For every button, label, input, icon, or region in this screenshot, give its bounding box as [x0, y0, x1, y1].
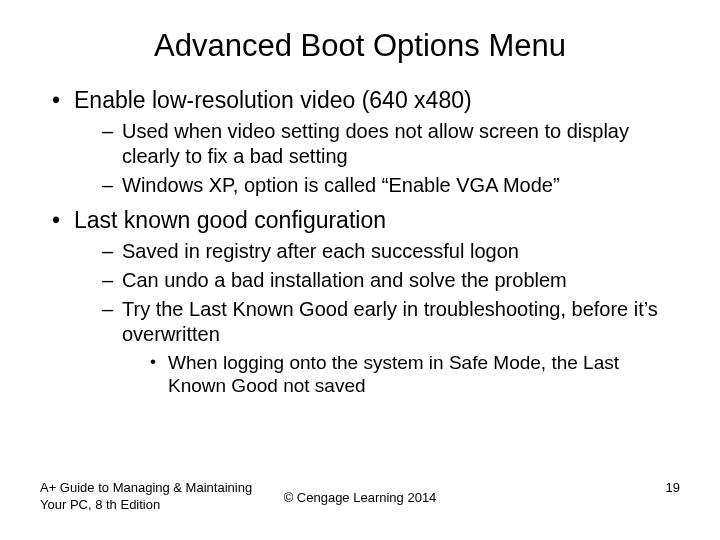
sub-bullet-text: Try the Last Known Good early in trouble… — [122, 298, 658, 345]
page-number: 19 — [666, 480, 680, 495]
bullet-list: Enable low-resolution video (640 x480) U… — [40, 86, 680, 398]
sub-bullet-item: Try the Last Known Good early in trouble… — [102, 297, 680, 399]
bullet-text: Enable low-resolution video (640 x480) — [74, 87, 472, 113]
sub-bullet-item: Saved in registry after each successful … — [102, 239, 680, 264]
bullet-item: Last known good configuration Saved in r… — [52, 206, 680, 398]
sub-bullet-list: Saved in registry after each successful … — [74, 239, 680, 399]
footer-copyright: © Cengage Learning 2014 — [40, 490, 680, 505]
slide-title: Advanced Boot Options Menu — [40, 28, 680, 64]
bullet-item: Enable low-resolution video (640 x480) U… — [52, 86, 680, 198]
sub-bullet-item: Windows XP, option is called “Enable VGA… — [102, 173, 680, 198]
sub-bullet-text: Can undo a bad installation and solve th… — [122, 269, 567, 291]
sub-bullet-item: Used when video setting does not allow s… — [102, 119, 680, 169]
subsub-bullet-text: When logging onto the system in Safe Mod… — [168, 352, 619, 397]
slide: Advanced Boot Options Menu Enable low-re… — [0, 0, 720, 540]
subsub-bullet-list: When logging onto the system in Safe Mod… — [122, 351, 680, 399]
bullet-text: Last known good configuration — [74, 207, 386, 233]
footer: A+ Guide to Managing & Maintaining Your … — [40, 480, 680, 516]
subsub-bullet-item: When logging onto the system in Safe Mod… — [150, 351, 680, 399]
sub-bullet-list: Used when video setting does not allow s… — [74, 119, 680, 198]
sub-bullet-text: Saved in registry after each successful … — [122, 240, 519, 262]
sub-bullet-item: Can undo a bad installation and solve th… — [102, 268, 680, 293]
sub-bullet-text: Windows XP, option is called “Enable VGA… — [122, 174, 560, 196]
sub-bullet-text: Used when video setting does not allow s… — [122, 120, 629, 167]
